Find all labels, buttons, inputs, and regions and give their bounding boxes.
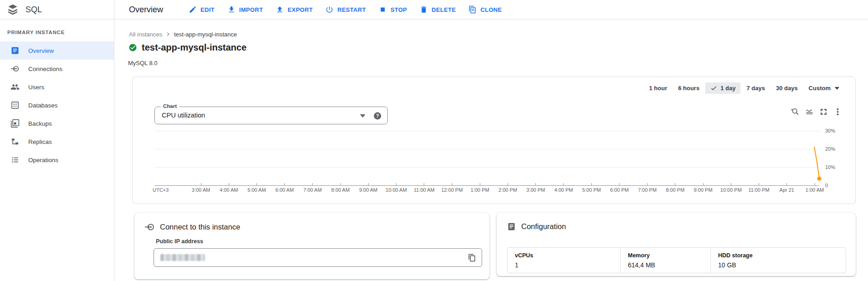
sidebar-item-operations[interactable]: Operations [0,151,114,169]
product-name: SQL [26,5,42,15]
top-bar-main: Overview EDIT IMPORT EXPORT RESTART [114,0,868,19]
clone-button[interactable]: CLONE [462,1,508,18]
svg-text:10%: 10% [825,164,835,170]
trash-icon [420,5,428,14]
svg-text:5:00 PM: 5:00 PM [582,187,601,193]
svg-text:10:00 AM: 10:00 AM [385,187,406,193]
main-content: All instances test-app-mysql-instance te… [115,20,868,281]
svg-text:0: 0 [825,183,828,188]
svg-text:UTC+3: UTC+3 [153,187,169,193]
connect-card-header: Connect to this instance [134,213,489,232]
instance-name: test-app-mysql-instance [142,42,247,53]
public-ip-field[interactable] [154,248,482,267]
sidebar-item-backups[interactable]: Backups [0,114,114,133]
restart-button[interactable]: RESTART [319,1,372,18]
config-field-memory: Memory 614,4 MB [620,248,710,273]
svg-text:10:00 PM: 10:00 PM [720,187,742,193]
svg-text:11:00 AM: 11:00 AM [414,187,435,193]
svg-text:20%: 20% [825,146,835,152]
delete-button[interactable]: DELETE [413,1,462,18]
connect-card: Connect to this instance Public IP addre… [134,213,489,279]
status-healthy-icon [128,43,137,52]
svg-text:7:00 AM: 7:00 AM [303,187,322,193]
stop-icon [379,5,387,14]
pencil-icon [189,5,197,14]
sidebar-nav: Overview Connections Users Databases Bac… [0,41,114,169]
import-icon [227,5,236,14]
instance-action-toolbar: EDIT IMPORT EXPORT RESTART STOP [182,1,508,18]
breadcrumb-current: test-app-mysql-instance [174,31,237,38]
connections-icon [10,64,20,73]
stop-button[interactable]: STOP [372,1,413,18]
power-icon [325,5,334,14]
redacted-ip-value [160,254,205,261]
svg-text:Apr 21: Apr 21 [780,187,794,193]
svg-text:9:00 AM: 9:00 AM [359,187,377,193]
import-button[interactable]: IMPORT [221,1,269,18]
svg-text:4:00 PM: 4:00 PM [554,187,573,193]
configuration-summary-box: vCPUs 1 Memory 614,4 MB HDD storage 10 G… [507,247,846,273]
svg-text:8:00 PM: 8:00 PM [666,187,684,193]
replicas-icon [10,137,20,146]
top-bar: SQL Overview EDIT IMPORT EXPORT [0,0,868,20]
databases-icon [10,101,20,110]
export-button[interactable]: EXPORT [269,1,319,18]
edit-button[interactable]: EDIT [182,1,221,18]
svg-text:3:00 PM: 3:00 PM [526,187,545,193]
svg-text:30%: 30% [825,128,835,133]
operations-icon [10,155,20,164]
clone-icon [468,5,477,14]
configuration-icon [507,222,516,231]
metrics-card: 1 hour 6 hours 1 day 7 days 30 days Cust… [132,77,856,204]
svg-text:11:00 PM: 11:00 PM [748,187,769,193]
breadcrumb-all-instances[interactable]: All instances [129,31,162,38]
sidebar-item-connections[interactable]: Connections [0,60,114,78]
config-field-hdd-storage: HDD storage 10 GB [710,248,846,273]
backups-icon [10,119,20,128]
sql-product-icon [7,4,19,15]
copy-icon[interactable] [468,254,476,264]
config-field-vcpus: vCPUs 1 [508,248,620,273]
sidebar-item-replicas[interactable]: Replicas [0,133,114,151]
breadcrumb: All instances test-app-mysql-instance [129,31,237,38]
svg-text:6:00 AM: 6:00 AM [276,187,294,193]
connect-card-title: Connect to this instance [160,223,240,231]
sidebar-item-overview[interactable]: Overview [0,41,114,60]
users-icon [10,82,20,92]
svg-text:7:00 PM: 7:00 PM [638,187,657,193]
export-icon [276,5,284,14]
svg-text:8:00 AM: 8:00 AM [331,187,349,193]
page-title: Overview [129,5,163,15]
connect-icon [144,222,155,232]
chevron-right-icon [164,31,172,38]
svg-text:5:00 AM: 5:00 AM [247,187,266,193]
svg-text:4:00 AM: 4:00 AM [220,187,238,193]
svg-text:6:00 PM: 6:00 PM [610,187,629,193]
cloud-sql-overview-page: SQL Overview EDIT IMPORT EXPORT [0,0,868,281]
sidebar: PRIMARY INSTANCE Overview Connections Us… [0,20,114,281]
configuration-card-header: Configuration [497,213,856,231]
svg-text:9:00 PM: 9:00 PM [694,187,713,193]
product-brand: SQL [0,0,114,19]
sidebar-item-databases[interactable]: Databases [0,96,114,114]
svg-text:12:00 PM: 12:00 PM [441,187,462,193]
cpu-utilization-chart: 010%20%30%UTC+33:00 AM4:00 AM5:00 AM6:00… [133,77,856,204]
overview-icon [10,46,20,55]
sidebar-section-label: PRIMARY INSTANCE [0,24,114,41]
instance-engine: MySQL 8.0 [128,60,158,66]
svg-text:1:00 PM: 1:00 PM [471,187,489,193]
public-ip-label: Public IP address [156,238,203,245]
svg-text:1:00 AM: 1:00 AM [806,187,824,193]
instance-title-row: test-app-mysql-instance [128,42,247,53]
configuration-card: Configuration vCPUs 1 Memory 614,4 MB HD… [497,213,856,276]
svg-text:2:00 PM: 2:00 PM [498,187,517,193]
svg-text:3:00 AM: 3:00 AM [192,187,210,193]
sidebar-item-users[interactable]: Users [0,78,114,96]
configuration-card-title: Configuration [521,222,566,231]
